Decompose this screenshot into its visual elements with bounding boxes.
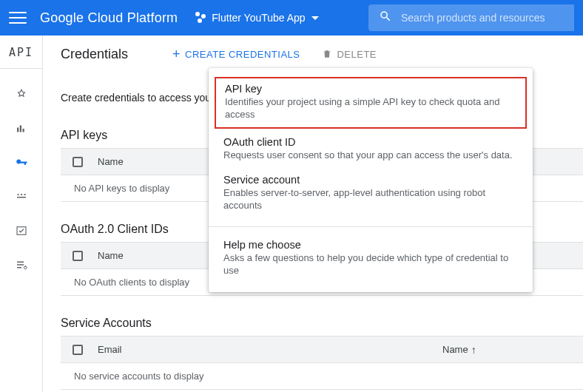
menu-item-title: API key <box>225 83 516 95</box>
api-section-label: API <box>0 46 42 69</box>
menu-item-title: Help me choose <box>223 239 518 251</box>
search-box[interactable] <box>368 4 574 31</box>
project-icon <box>194 11 207 24</box>
arrow-up-icon: ↑ <box>471 344 476 356</box>
credentials-icon[interactable] <box>13 155 30 171</box>
project-name: Flutter YouTube App <box>212 12 305 24</box>
search-input[interactable] <box>401 12 567 24</box>
menu-item-title: Service account <box>223 174 518 186</box>
svg-rect-9 <box>17 264 24 266</box>
table-service-accounts: Email Name ↑ No service accounts to disp… <box>61 336 583 390</box>
menu-item-api-key[interactable]: API key Identifies your project using a … <box>215 77 527 129</box>
col-email[interactable]: Email <box>95 344 442 355</box>
create-credentials-label: CREATE CREDENTIALS <box>185 49 300 60</box>
table-row: No service accounts to display <box>61 363 583 390</box>
trash-icon <box>322 49 332 59</box>
delete-label: DELETE <box>337 49 377 60</box>
dashboard-icon[interactable] <box>13 87 30 103</box>
menu-item-desc: Enables server-to-server, app-level auth… <box>223 187 518 212</box>
chevron-down-icon <box>311 16 319 20</box>
svg-rect-8 <box>17 262 24 263</box>
checkbox-all-service-accounts[interactable] <box>73 345 83 355</box>
domain-verification-icon[interactable] <box>13 223 30 239</box>
menu-item-desc: Asks a few questions to help you decide … <box>223 252 518 277</box>
section-title-service-accounts: Service Accounts <box>61 317 583 330</box>
toolbar: + CREATE CREDENTIALS DELETE <box>172 47 377 62</box>
delete-button[interactable]: DELETE <box>322 49 377 60</box>
create-credentials-button[interactable]: + CREATE CREDENTIALS <box>172 47 300 62</box>
svg-point-3 <box>17 194 18 195</box>
project-picker[interactable]: Flutter YouTube App <box>194 11 318 24</box>
svg-rect-12 <box>24 266 25 268</box>
menu-divider <box>209 226 533 227</box>
svg-rect-6 <box>17 197 26 198</box>
brand-label: Google Cloud Platform <box>40 10 178 26</box>
title-bar: Credentials + CREATE CREDENTIALS DELETE <box>61 36 583 72</box>
svg-point-5 <box>24 194 25 195</box>
menu-item-oauth-client-id[interactable]: OAuth client ID Requests user consent so… <box>209 132 533 169</box>
page-title: Credentials <box>61 47 128 62</box>
svg-point-4 <box>20 194 21 195</box>
main-content: Credentials + CREATE CREDENTIALS DELETE … <box>43 36 583 392</box>
svg-rect-0 <box>17 128 18 132</box>
search-icon <box>379 10 392 26</box>
menu-item-title: OAuth client ID <box>223 136 518 148</box>
menu-item-help-me-choose[interactable]: Help me choose Asks a few questions to h… <box>209 234 533 285</box>
menu-item-desc: Identifies your project using a simple A… <box>225 96 516 121</box>
table-header: Email Name ↑ <box>61 337 583 363</box>
checkbox-all-api-keys[interactable] <box>73 157 83 167</box>
empty-message: No API keys to display <box>61 183 169 194</box>
checkbox-all-oauth[interactable] <box>73 251 83 261</box>
top-bar: Google Cloud Platform Flutter YouTube Ap… <box>0 0 583 36</box>
page-usage-icon[interactable] <box>13 257 30 273</box>
svg-rect-10 <box>17 267 21 268</box>
menu-item-service-account[interactable]: Service account Enables server-to-server… <box>209 169 533 220</box>
empty-message: No service accounts to display <box>61 371 204 382</box>
create-credentials-menu: API key Identifies your project using a … <box>209 68 533 292</box>
svg-rect-1 <box>19 126 21 132</box>
menu-icon[interactable] <box>9 9 27 27</box>
svg-rect-2 <box>22 129 24 132</box>
consent-screen-icon[interactable] <box>13 189 30 205</box>
empty-message: No OAuth clients to display <box>61 277 189 288</box>
menu-item-desc: Requests user consent so that your app c… <box>223 149 518 162</box>
library-icon[interactable] <box>13 121 30 137</box>
col-name[interactable]: Name ↑ <box>442 344 509 356</box>
left-rail: API <box>0 36 43 392</box>
plus-icon: + <box>172 47 181 62</box>
